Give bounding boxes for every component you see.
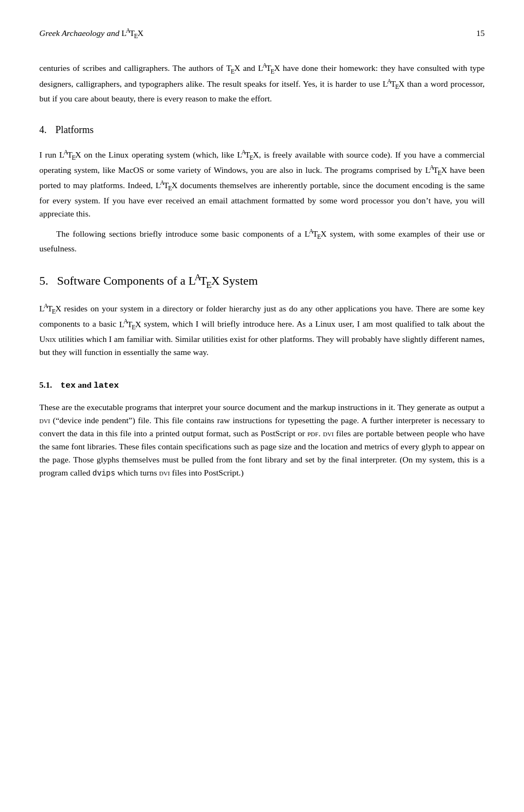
section-4-number: 4. xyxy=(39,123,47,138)
section-5-heading: 5. Software Components of a LATEX System xyxy=(39,270,485,292)
intro-paragraph: centuries of scribes and calligraphers. … xyxy=(39,61,485,105)
subsection51-paragraph-1: These are the executable programs that i… xyxy=(39,401,485,480)
section-4-heading: 4. Platforms xyxy=(39,123,485,138)
section4-paragraph-2: The following sections briefly introduce… xyxy=(39,227,485,255)
subsection-51-heading: 5.1. tex and latex xyxy=(39,378,485,392)
subsection-51-title: 5.1. tex and latex xyxy=(39,380,119,389)
section4-paragraph-1: I run LATEX on the Linux operating syste… xyxy=(39,148,485,220)
page: Greek Archaeology and LATEX 15 centuries… xyxy=(0,0,524,812)
subsection-51-number: 5.1. xyxy=(39,380,52,389)
header-page-number: 15 xyxy=(477,27,485,40)
subsection-51-tex: tex xyxy=(61,381,76,390)
section-5-title: Software Components of a LATEX System xyxy=(57,270,258,292)
subsection-51-and: and xyxy=(78,380,92,389)
section5-paragraph-1: LATEX resides on your system in a direct… xyxy=(39,302,485,359)
subsection-51-latex: latex xyxy=(93,381,119,390)
section-5-number: 5. xyxy=(39,272,49,290)
section-4-title: Platforms xyxy=(56,123,94,138)
page-header: Greek Archaeology and LATEX 15 xyxy=(39,26,485,41)
header-title: Greek Archaeology and LATEX xyxy=(39,26,144,41)
